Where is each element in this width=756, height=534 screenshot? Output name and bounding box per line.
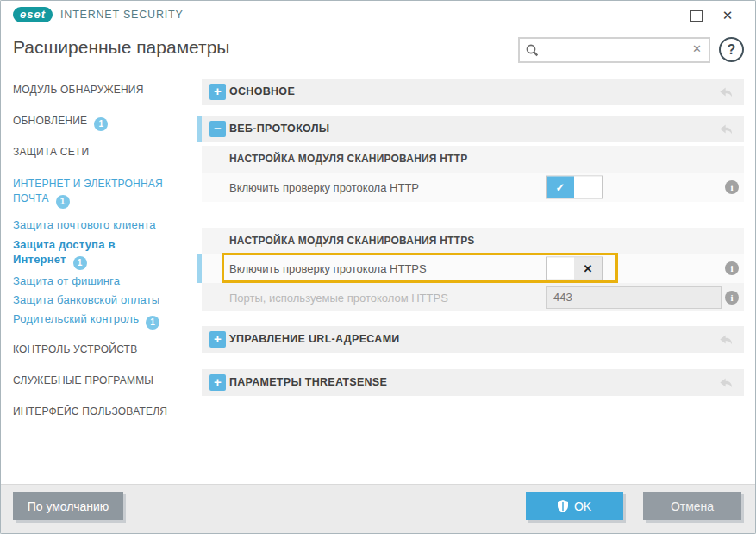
eset-logo-badge: eset <box>13 7 53 22</box>
notification-badge: 1 <box>94 117 108 131</box>
expand-icon[interactable]: + <box>209 374 226 391</box>
sidebar-item-banking-protection[interactable]: Защита банковской оплаты <box>13 292 159 307</box>
revert-to-default-icon[interactable] <box>719 85 734 99</box>
notification-badge: 1 <box>56 195 70 209</box>
section-web-protocols[interactable]: − ВЕБ-ПРОТОКОЛЫ <box>202 116 744 142</box>
revert-to-default-icon[interactable] <box>719 375 734 390</box>
sidebar-item-web-access-protection[interactable]: Защита доступа в Интернет1 <box>13 237 129 270</box>
revert-to-default-icon[interactable] <box>719 122 734 136</box>
subsection-title: НАСТРОЙКА МОДУЛЯ СКАНИРОВАНИЯ HTTP <box>229 146 467 172</box>
revert-to-default-icon[interactable] <box>719 332 734 347</box>
expand-icon[interactable]: + <box>209 331 226 348</box>
page-title: Расширенные параметры <box>13 37 229 58</box>
setting-label: Включить проверку протокола HTTPS <box>229 262 427 275</box>
cancel-button[interactable]: Отмена <box>643 492 741 520</box>
app-name: INTERNET SECURITY <box>60 9 184 21</box>
setting-label: Включить проверку протокола HTTP <box>229 181 419 194</box>
ok-button[interactable]: OK <box>526 492 623 520</box>
defaults-button[interactable]: По умолчанию <box>13 492 123 520</box>
notification-badge: 1 <box>73 256 87 270</box>
sidebar-item-parental-control[interactable]: Родительский контроль1 <box>13 311 159 330</box>
sidebar-item-update[interactable]: ОБНОВЛЕНИЕ1 <box>13 114 108 131</box>
subsection-https-scanner: НАСТРОЙКА МОДУЛЯ СКАНИРОВАНИЯ HTTPS <box>202 228 744 254</box>
info-icon[interactable]: i <box>725 291 739 305</box>
settings-content: + ОСНОВНОЕ − ВЕБ-ПРОТОКОЛЫ НАСТРОЙКА МОД… <box>202 1 744 487</box>
notification-badge: 1 <box>146 316 159 330</box>
toggle-thumb <box>547 258 574 280</box>
eset-advanced-setup-window: eset INTERNET SECURITY ✕ Расширенные пар… <box>0 0 756 534</box>
section-title: УПРАВЛЕНИЕ URL-АДРЕСАМИ <box>229 326 400 353</box>
collapse-icon[interactable]: − <box>209 121 226 137</box>
https-checking-toggle[interactable]: ✕ <box>546 257 603 280</box>
subsection-http-scanner: НАСТРОЙКА МОДУЛЯ СКАНИРОВАНИЯ HTTP <box>202 146 744 173</box>
section-title: ОСНОВНОЕ <box>229 79 295 105</box>
section-title: ПАРАМЕТРЫ THREATSENSE <box>229 369 387 396</box>
sidebar-item-antiphishing[interactable]: Защита от фишинга <box>13 273 120 288</box>
sidebar-item-tools[interactable]: СЛУЖЕБНЫЕ ПРОГРАММЫ <box>13 374 153 388</box>
info-icon[interactable]: i <box>725 261 739 275</box>
setting-label: Порты, используемые протоколом HTTPS <box>229 291 448 304</box>
toggle-thumb <box>574 177 602 198</box>
info-icon[interactable]: i <box>725 180 739 194</box>
toggle-cross-icon: ✕ <box>574 258 602 280</box>
sidebar-item-user-interface[interactable]: ИНТЕРФЕЙС ПОЛЬЗОВАТЕЛЯ <box>13 405 167 419</box>
https-ports-input[interactable] <box>546 286 722 309</box>
http-checking-toggle[interactable]: ✓ <box>546 176 603 199</box>
eset-logo: eset INTERNET SECURITY <box>13 7 184 22</box>
shield-icon <box>558 500 568 512</box>
setting-row-https-checking: Включить проверку протокола HTTPS ✕ i <box>202 254 744 283</box>
sidebar-item-web-email[interactable]: ИНТЕРНЕТ И ЭЛЕКТРОННАЯ ПОЧТА1 <box>13 177 181 209</box>
sidebar-item-device-control[interactable]: КОНТРОЛЬ УСТРОЙСТВ <box>13 342 137 357</box>
sidebar-item-network-protection[interactable]: ЗАЩИТА СЕТИ <box>13 145 89 160</box>
footer-bar: По умолчанию OK Отмена <box>1 484 755 533</box>
section-url-management[interactable]: + УПРАВЛЕНИЕ URL-АДРЕСАМИ <box>202 326 744 353</box>
expanded-section-indicator <box>197 116 202 142</box>
sidebar-item-email-client-protection[interactable]: Защита почтового клиента <box>13 217 156 232</box>
setting-row-http-checking: Включить проверку протокола HTTP ✓ i <box>202 173 744 202</box>
toggle-check-icon: ✓ <box>547 177 574 198</box>
expand-icon[interactable]: + <box>209 84 226 100</box>
subsection-title: НАСТРОЙКА МОДУЛЯ СКАНИРОВАНИЯ HTTPS <box>229 228 475 254</box>
section-basic[interactable]: + ОСНОВНОЕ <box>202 79 744 105</box>
sidebar-item-detection-engine[interactable]: МОДУЛЬ ОБНАРУЖЕНИЯ <box>13 83 144 97</box>
section-title: ВЕБ-ПРОТОКОЛЫ <box>229 116 329 142</box>
section-threatsense[interactable]: + ПАРАМЕТРЫ THREATSENSE <box>202 369 744 396</box>
setting-row-https-ports: Порты, используемые протоколом HTTPS i <box>202 283 744 311</box>
focused-row-indicator <box>197 254 202 283</box>
